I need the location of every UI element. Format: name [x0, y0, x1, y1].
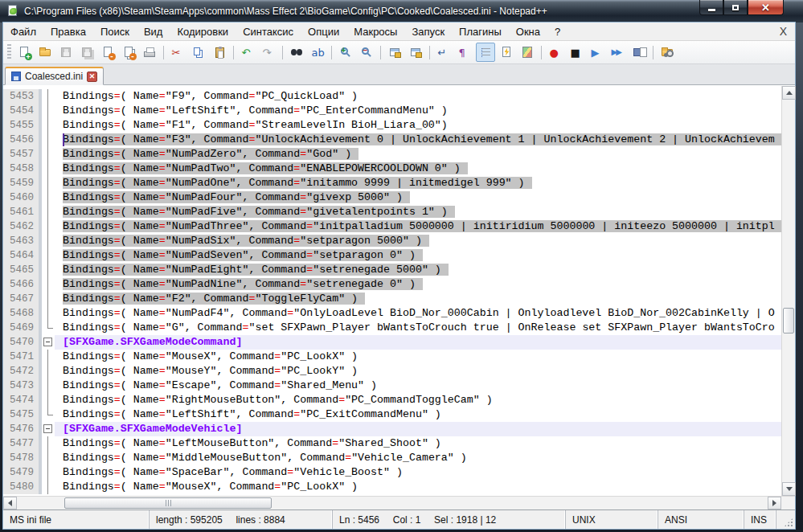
sync-vertical-scroll-button[interactable] — [385, 43, 404, 62]
line-number[interactable]: 5479 — [3, 465, 39, 480]
find-button[interactable] — [287, 43, 306, 62]
tab-close-icon[interactable]: ✕ — [87, 72, 97, 82]
editor-line[interactable]: 5453Bindings=( Name="F9", Command="PC_Qu… — [3, 89, 781, 104]
start-recording-button[interactable]: ● — [546, 43, 565, 62]
zoom-out-button[interactable]: − — [357, 43, 376, 62]
copy-button[interactable] — [189, 43, 208, 62]
title-bar[interactable]: C:\Program Files (x86)\Steam\SteamApps\c… — [0, 0, 803, 23]
menu-item-1[interactable]: Файл — [3, 24, 43, 39]
code-text[interactable]: Bindings=( Name="MouseX", Command="PC_Lo… — [55, 350, 781, 364]
code-text[interactable]: Bindings=( Name="NumPadZero", Command="G… — [55, 147, 781, 162]
editor-line[interactable]: 5468Bindings=( Name="NumPadF4", Command=… — [3, 306, 781, 321]
line-number[interactable]: 5457 — [3, 147, 39, 162]
line-number[interactable]: 5463 — [3, 234, 39, 248]
resize-grip[interactable] — [776, 510, 795, 529]
fold-margin[interactable] — [42, 422, 55, 436]
maximize-button[interactable] — [723, 0, 748, 15]
save-macro-button[interactable] — [629, 43, 649, 62]
code-text[interactable]: Bindings=( Name="LeftMouseButton", Comma… — [55, 436, 781, 451]
editor-line[interactable]: 5479Bindings=( Name="SpaceBar", Command=… — [3, 465, 781, 480]
editor-line[interactable]: 5467Bindings=( Name="F2", Command="Toggl… — [3, 292, 781, 306]
user-defined-dialog-button[interactable] — [497, 43, 516, 62]
line-number[interactable]: 5474 — [3, 393, 39, 407]
menu-item-3[interactable]: Поиск — [93, 24, 137, 39]
editor-line[interactable]: 5455Bindings=( Name="F1", Command="Strea… — [3, 118, 781, 133]
line-number[interactable]: 5468 — [3, 306, 39, 321]
line-number[interactable]: 5466 — [3, 277, 39, 292]
fold-collapse-icon[interactable] — [43, 338, 52, 346]
editor-line[interactable]: 5478Bindings=( Name="MiddleMouseButton",… — [3, 451, 781, 465]
scroll-down-button[interactable] — [782, 482, 796, 496]
menu-item-9[interactable]: Запуск — [404, 24, 452, 39]
editor-line[interactable]: 5466Bindings=( Name="NumPadNine", Comman… — [3, 277, 781, 292]
code-text[interactable]: Bindings=( Name="NumPadEight", Command="… — [55, 263, 781, 277]
show-all-characters-button[interactable]: ¶ — [455, 43, 474, 62]
code-text[interactable]: Bindings=( Name="NumPadF4", Command="Onl… — [55, 306, 781, 321]
redo-button[interactable]: ↷ — [259, 43, 278, 62]
new-file-button[interactable]: + — [14, 43, 34, 62]
line-number[interactable]: 5465 — [3, 263, 39, 277]
line-number[interactable]: 5478 — [3, 451, 39, 465]
code-text[interactable]: Bindings=( Name="NumPadSeven", Command="… — [55, 248, 781, 263]
line-number[interactable]: 5459 — [3, 176, 39, 190]
editor-line[interactable]: 5463Bindings=( Name="NumPadSix", Command… — [3, 234, 781, 248]
sync-horizontal-scroll-button[interactable] — [406, 43, 425, 62]
editor-line[interactable]: 5462Bindings=( Name="NumPadThree", Comma… — [3, 219, 781, 234]
horizontal-scrollbar-thumb[interactable] — [64, 497, 272, 509]
minimize-button[interactable] — [699, 0, 723, 15]
fold-margin[interactable] — [42, 335, 55, 350]
menu-item-5[interactable]: Кодировки — [170, 24, 236, 39]
close-button[interactable]: ✕ — [748, 0, 784, 15]
editor-line[interactable]: 5460Bindings=( Name="NumPadFour", Comman… — [3, 190, 781, 205]
code-text[interactable]: Bindings=( Name="G", Command="set SFXPaw… — [55, 321, 781, 335]
code-text[interactable]: Bindings=( Name="NumPadSix", Command="se… — [55, 234, 781, 248]
editor-lines[interactable]: 5453Bindings=( Name="F9", Command="PC_Qu… — [3, 86, 781, 496]
code-text[interactable]: Bindings=( Name="RightMouseButton", Comm… — [55, 393, 781, 407]
code-text[interactable]: Bindings=( Name="NumPadOne", Command="in… — [55, 176, 781, 190]
code-text[interactable]: Bindings=( Name="NumPadNine", Command="s… — [55, 277, 781, 292]
code-text[interactable]: Bindings=( Name="F1", Command="StreamLev… — [55, 118, 781, 133]
menu-item-8[interactable]: Макросы — [346, 24, 404, 39]
vertical-scrollbar-thumb[interactable] — [783, 308, 794, 334]
code-text[interactable]: Bindings=( Name="LeftShift", Command="PC… — [55, 407, 781, 422]
menu-item-10[interactable]: Плагины — [452, 24, 509, 39]
line-number[interactable]: 5469 — [3, 321, 39, 335]
close-file-button[interactable]: - — [98, 43, 117, 62]
editor-line[interactable]: 5471Bindings=( Name="MouseX", Command="P… — [3, 350, 781, 364]
undo-button[interactable]: ↶ — [238, 43, 257, 62]
editor-line[interactable]: 5472Bindings=( Name="MouseY", Command="P… — [3, 364, 781, 379]
line-number[interactable]: 5475 — [3, 407, 39, 422]
editor-line[interactable]: 5476[SFXGame.SFXGameModeVehicle] — [3, 422, 781, 436]
code-text[interactable]: Bindings=( Name="LeftShift", Command="PC… — [55, 104, 781, 118]
code-text[interactable]: Bindings=( Name="NumPadTwo", Command="EN… — [55, 162, 781, 176]
line-number[interactable]: 5471 — [3, 350, 39, 364]
cut-button[interactable]: ✂ — [168, 43, 187, 62]
code-text[interactable]: Bindings=( Name="F2", Command="ToggleFly… — [55, 292, 781, 306]
code-text[interactable]: Bindings=( Name="MouseX", Command="PC_Lo… — [55, 480, 781, 494]
editor-line[interactable]: 5474Bindings=( Name="RightMouseButton", … — [3, 393, 781, 407]
show-indent-guide-button[interactable] — [476, 43, 495, 62]
code-text[interactable]: Bindings=( Name="MiddleMouseButton", Com… — [55, 451, 781, 465]
menu-item-7[interactable]: Опции — [301, 24, 346, 39]
line-number[interactable]: 5477 — [3, 436, 39, 451]
line-number[interactable]: 5458 — [3, 162, 39, 176]
scroll-left-button[interactable] — [3, 497, 17, 509]
editor-line[interactable]: 5465Bindings=( Name="NumPadEight", Comma… — [3, 263, 781, 277]
plugins-folder-button[interactable] — [658, 43, 677, 62]
menu-item-6[interactable]: Синтаксис — [236, 24, 301, 39]
line-number[interactable]: 5453 — [3, 89, 39, 104]
close-all-button[interactable]: - — [119, 43, 138, 62]
word-wrap-button[interactable]: ↵ — [434, 43, 453, 62]
playback-macro-button[interactable]: ▶ — [588, 43, 607, 62]
horizontal-scrollbar[interactable] — [3, 497, 781, 509]
run-macro-multiple-button[interactable]: ▶▶ — [608, 43, 628, 62]
editor-line[interactable]: 5457Bindings=( Name="NumPadZero", Comman… — [3, 147, 781, 162]
scroll-up-button[interactable] — [782, 86, 796, 100]
editor-line[interactable]: 5475Bindings=( Name="LeftShift", Command… — [3, 407, 781, 422]
code-text[interactable]: [SFXGame.SFXGameModeVehicle] — [55, 422, 781, 436]
code-text[interactable]: Bindings=( Name="F9", Command="PC_QuickL… — [55, 89, 781, 104]
line-number[interactable]: 5454 — [3, 104, 39, 118]
line-number[interactable]: 5476 — [3, 422, 39, 436]
line-number[interactable]: 5460 — [3, 190, 39, 205]
line-number[interactable]: 5480 — [3, 480, 39, 494]
